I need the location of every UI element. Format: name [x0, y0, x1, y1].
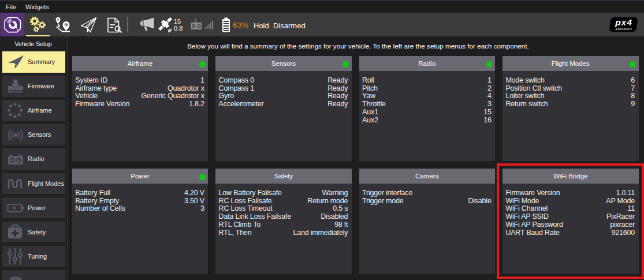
svg-text:A: A: [57, 18, 59, 21]
svg-text:B: B: [65, 23, 68, 27]
